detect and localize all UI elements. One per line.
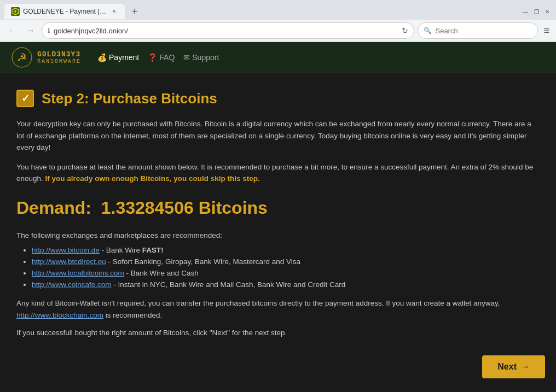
info-icon: ℹ bbox=[48, 27, 50, 34]
list-item: http://www.localbitcoins.com - Bank Wire… bbox=[32, 269, 540, 277]
nav-bar: ← → ℹ ↻ 🔍 ≡ bbox=[0, 20, 556, 42]
demand-section: Demand: 1.33284506 Bitcoins bbox=[16, 198, 540, 218]
ransomware-nav: ☭ G0LD3N3Y3 RANSOMWARE 💰 Payment ❓ FAQ ✉… bbox=[0, 42, 556, 73]
menu-button[interactable]: ≡ bbox=[541, 23, 552, 39]
maximize-button[interactable]: ❐ bbox=[532, 7, 541, 16]
wallet-para: Any kind of Bitcoin-Wallet isn't require… bbox=[16, 297, 540, 321]
next-btn-container: Next → bbox=[0, 348, 556, 386]
browser-chrome: GOLDENEYE - Payment (S... × + — ❐ ✕ ← → … bbox=[0, 0, 556, 42]
forward-button[interactable]: → bbox=[23, 23, 38, 38]
new-tab-button[interactable]: + bbox=[127, 4, 142, 19]
purchase-para: You have to purchase at least the amount… bbox=[16, 161, 540, 185]
main-content: ✓ Step 2: Purchase Bitcoins Your decrypt… bbox=[0, 73, 556, 348]
tab-title: GOLDENEYE - Payment (S... bbox=[23, 8, 107, 15]
exchange-heading: The following exchanges and marketplaces… bbox=[16, 231, 540, 239]
search-input[interactable] bbox=[435, 27, 512, 35]
check-icon: ✓ bbox=[16, 90, 34, 107]
nav-payment-link[interactable]: 💰 Payment bbox=[97, 53, 139, 62]
rw-logo: ☭ G0LD3N3Y3 RANSOMWARE bbox=[11, 46, 81, 68]
back-button[interactable]: ← bbox=[4, 23, 20, 38]
svg-point-1 bbox=[14, 10, 16, 13]
list-item: http://www.btcdirect.eu - Sofort Banking… bbox=[32, 258, 540, 266]
close-button[interactable]: ✕ bbox=[543, 7, 552, 16]
svg-text:☭: ☭ bbox=[17, 51, 27, 63]
coincafe-link[interactable]: http://www.coincafe.com bbox=[32, 280, 112, 289]
btcdirect-link[interactable]: http://www.btcdirect.eu bbox=[32, 258, 106, 266]
title-bar: GOLDENEYE - Payment (S... × + — ❐ ✕ bbox=[0, 0, 556, 20]
rw-nav-links: 💰 Payment ❓ FAQ ✉ Support bbox=[97, 53, 219, 62]
minimize-button[interactable]: — bbox=[521, 7, 530, 16]
refresh-button[interactable]: ↻ bbox=[402, 26, 408, 35]
demand-label: Demand: 1.33284506 Bitcoins bbox=[16, 198, 268, 218]
browser-tab[interactable]: GOLDENEYE - Payment (S... × bbox=[4, 4, 125, 19]
address-input[interactable] bbox=[54, 27, 398, 35]
list-item: http://www.bitcoin.de - Bank Wire FAST! bbox=[32, 246, 540, 254]
window-controls: — ❐ ✕ bbox=[521, 7, 552, 16]
success-para: If you successfull bought the right amou… bbox=[16, 329, 540, 337]
address-bar[interactable]: ℹ ↻ bbox=[42, 22, 414, 39]
search-icon: 🔍 bbox=[424, 27, 432, 34]
intro-para: Your decryption key can only be purchase… bbox=[16, 118, 540, 154]
nav-support-link[interactable]: ✉ Support bbox=[183, 53, 219, 62]
support-icon: ✉ bbox=[183, 53, 190, 62]
search-bar[interactable]: 🔍 bbox=[418, 22, 538, 39]
tab-close-btn[interactable]: × bbox=[110, 7, 118, 16]
step-title: Step 2: Purchase Bitcoins bbox=[42, 90, 217, 107]
exchange-list: http://www.bitcoin.de - Bank Wire FAST! … bbox=[16, 246, 540, 289]
blockchain-link[interactable]: http://www.blockchain.com bbox=[16, 311, 103, 319]
nav-faq-link[interactable]: ❓ FAQ bbox=[148, 53, 175, 62]
step-header: ✓ Step 2: Purchase Bitcoins bbox=[16, 90, 540, 107]
next-button[interactable]: Next → bbox=[482, 355, 545, 378]
list-item: http://www.coincafe.com - Instant in NYC… bbox=[32, 280, 540, 289]
rw-logo-icon: ☭ bbox=[11, 46, 33, 68]
page-wrapper: ☭ G0LD3N3Y3 RANSOMWARE 💰 Payment ❓ FAQ ✉… bbox=[0, 42, 556, 392]
bitcoin-de-link[interactable]: http://www.bitcoin.de bbox=[32, 246, 100, 254]
payment-icon: 💰 bbox=[97, 53, 107, 62]
faq-icon: ❓ bbox=[148, 53, 157, 62]
localbitcoins-link[interactable]: http://www.localbitcoins.com bbox=[32, 269, 124, 277]
rw-logo-text: G0LD3N3Y3 RANSOMWARE bbox=[37, 50, 81, 65]
tab-favicon bbox=[11, 7, 20, 16]
